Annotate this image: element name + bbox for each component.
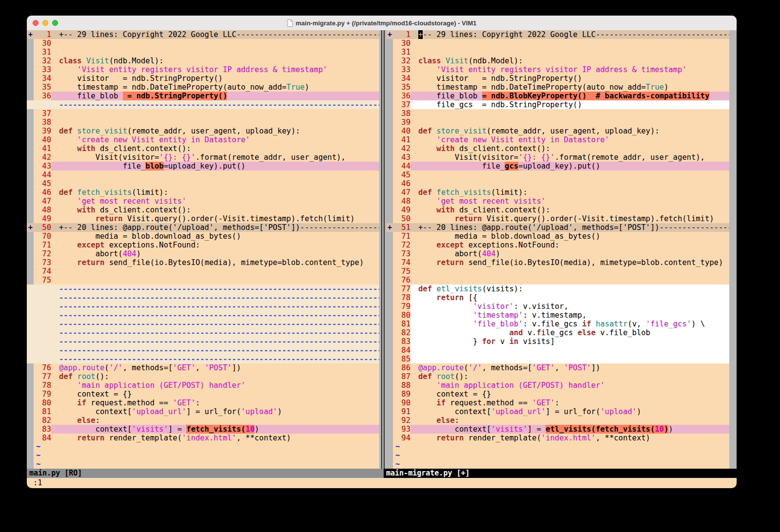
code-line[interactable]: 86@app.route('/', methods=['GET', 'POST'… [386,363,729,372]
code-line[interactable]: 45 [27,179,379,188]
code-line[interactable]: 44 file_gcs=upload_key).put() [386,162,729,171]
minimize-button[interactable] [42,20,48,26]
code-line[interactable]: 31 [27,48,379,57]
code-line[interactable]: 73 abort(404) [386,249,729,258]
code-line[interactable]: 89 context = {} [386,390,729,399]
code-line[interactable]: 42 with ds_client.context(): [386,144,729,153]
empty-buffer-line[interactable]: ~ [27,460,379,469]
code-line[interactable]: 79 context = {} [27,390,379,399]
code-line[interactable]: 78 'main application (GET/POST) handler' [27,381,379,390]
code-line[interactable]: 39def store_visit(remote_addr, user_agen… [27,127,379,135]
code-line[interactable]: 43 Visit(visitor='{}: {}'.format(remote_… [386,153,729,162]
code-line[interactable]: 74 return send_file(io.BytesIO(media), m… [386,258,729,267]
code-line[interactable]: 91 context['upload_url'] = url_for('uplo… [386,407,729,416]
code-line[interactable]: 46def fetch_visits(limit): [27,188,379,197]
code-line[interactable]: 75 [386,267,729,276]
code-line[interactable]: 85 [386,355,729,363]
diff-filler-line[interactable]: ----------------------------------------… [27,346,379,355]
code-line[interactable]: 71 media = blob.download_as_bytes() [386,232,729,241]
titlebar[interactable]: main-migrate.py + (/private/tmp/mod16-cl… [27,16,737,31]
empty-buffer-line[interactable]: ~ [386,451,729,460]
code-line[interactable]: 50 return Visit.query().order(-Visit.tim… [386,214,729,223]
code-line[interactable]: 74 [27,267,379,276]
fold-plus-icon[interactable]: + [387,30,393,39]
diff-filler-line[interactable]: ----------------------------------------… [27,320,379,328]
code-line[interactable]: 33 'Visit entity registers visitor IP ad… [386,65,729,74]
code-line[interactable]: 38 [27,118,379,127]
statusline-right[interactable]: main-migrate.py [+] [384,469,737,478]
code-line[interactable]: 41 with ds_client.context(): [27,144,379,153]
code-line[interactable]: 77def etl_visits(visits): [386,285,729,293]
diff-filler-line[interactable]: ----------------------------------------… [27,285,379,293]
code-line[interactable]: 46 [386,179,729,188]
code-line[interactable]: 78 return [{ [386,293,729,302]
code-line[interactable]: 43 file_blob=upload_key).put() [27,162,379,171]
code-line[interactable]: 37 [27,109,379,118]
code-line[interactable]: 94 return render_template('index.html', … [386,434,729,442]
close-button[interactable] [33,20,39,26]
code-line[interactable]: 71 except exceptions.NotFound: [27,241,379,249]
code-line[interactable]: 49 with ds_client.context(): [386,206,729,214]
code-line[interactable]: 31 [386,48,729,57]
right-editor-pane[interactable]: +1+-- 29 lines: Copyright 2022 Google LL… [386,30,729,469]
code-line[interactable]: 76@app.route('/', methods=['GET', 'POST'… [27,363,379,372]
code-line[interactable]: 82 and v.file_gcs else v.file_blob [386,328,729,337]
code-line[interactable]: 40 'create new Visit entity in Datastore… [27,135,379,144]
code-line[interactable]: 42 Visit(visitor='{}: {}'.format(remote_… [27,153,379,162]
code-line[interactable]: 70 media = blob.download_as_bytes() [27,232,379,241]
code-line[interactable]: 33 'Visit entity registers visitor IP ad… [27,65,379,74]
code-line[interactable]: 92 else: [386,416,729,425]
fold-plus-icon[interactable]: + [27,30,34,39]
code-line[interactable]: 35 timestamp = ndb.DateTimeProperty(auto… [27,83,379,92]
code-line[interactable]: 48 with ds_client.context(): [27,206,379,214]
code-line[interactable]: 49 return Visit.query().order(-Visit.tim… [27,214,379,223]
code-line[interactable]: 36 file_blob = ndb.StringProperty() [27,92,379,100]
fold-plus-icon[interactable]: + [27,223,34,232]
code-line[interactable]: 82 else: [27,416,379,425]
code-line[interactable]: 32class Visit(ndb.Model): [386,57,729,65]
code-line[interactable]: 81 context['upload_url'] = url_for('uplo… [27,407,379,416]
code-line[interactable]: 79 'visitor': v.visitor, [386,302,729,311]
code-line[interactable]: 83 context['visits'] = fetch_visits(10) [27,425,379,434]
diff-filler-line[interactable]: ----------------------------------------… [27,302,379,311]
diff-filler-line[interactable]: ----------------------------------------… [27,293,379,302]
code-line[interactable]: 80 if request.method == 'GET': [27,399,379,407]
right-scrollbar[interactable] [729,30,737,469]
code-line[interactable]: 35 timestamp = ndb.DateTimeProperty(auto… [386,83,729,92]
diff-filler-line[interactable]: ----------------------------------------… [27,100,379,109]
folded-line[interactable]: +51+-- 20 lines: @app.route('/upload', m… [386,223,729,232]
code-line[interactable]: 80 'timestamp': v.timestamp, [386,311,729,320]
code-line[interactable]: 90 if request.method == 'GET': [386,399,729,407]
code-line[interactable]: 47 'get most recent visits' [27,197,379,206]
diff-filler-line[interactable]: ----------------------------------------… [27,337,379,346]
code-line[interactable]: 76 [386,276,729,285]
code-line[interactable]: 48 'get most recent visits' [386,197,729,206]
code-line[interactable]: 88 'main application (GET/POST) handler' [386,381,729,390]
empty-buffer-line[interactable]: ~ [386,442,729,451]
code-line[interactable]: 73 return send_file(io.BytesIO(media), m… [27,258,379,267]
code-line[interactable]: 34 visitor = ndb.StringProperty() [386,74,729,83]
code-line[interactable]: 44 [27,171,379,179]
code-line[interactable]: 72 abort(404) [27,249,379,258]
code-line[interactable]: 87def root(): [386,372,729,381]
code-line[interactable]: 72 except exceptions.NotFound: [386,241,729,249]
statusline-left[interactable]: main.py [RO] [27,469,386,478]
folded-line[interactable]: +50+-- 20 lines: @app.route('/upload', m… [27,223,379,232]
code-line[interactable]: 34 visitor = ndb.StringProperty() [27,74,379,83]
diff-filler-line[interactable]: ----------------------------------------… [27,311,379,320]
code-line[interactable]: 75 [27,276,379,285]
code-line[interactable]: 36 file_blob = ndb.BlobKeyProperty() # b… [386,92,729,100]
code-line[interactable]: 39 [386,118,729,127]
empty-buffer-line[interactable]: ~ [27,442,379,451]
code-line[interactable]: 77def root(): [27,372,379,381]
code-line[interactable]: 93 context['visits'] = etl_visits(fetch_… [386,425,729,434]
fold-plus-icon[interactable]: + [387,223,393,232]
code-line[interactable]: 83 } for v in visits] [386,337,729,346]
code-line[interactable]: 81 'file_blob': v.file_gcs if hasattr(v,… [386,320,729,328]
vertical-split[interactable] [379,30,386,469]
zoom-button[interactable] [52,20,58,26]
left-editor-pane[interactable]: +1+-- 29 lines: Copyright 2022 Google LL… [27,30,379,469]
diff-filler-line[interactable]: ----------------------------------------… [27,328,379,337]
code-line[interactable]: 41 'create new Visit entity in Datastore… [386,135,729,144]
code-line[interactable]: 40def store_visit(remote_addr, user_agen… [386,127,729,135]
